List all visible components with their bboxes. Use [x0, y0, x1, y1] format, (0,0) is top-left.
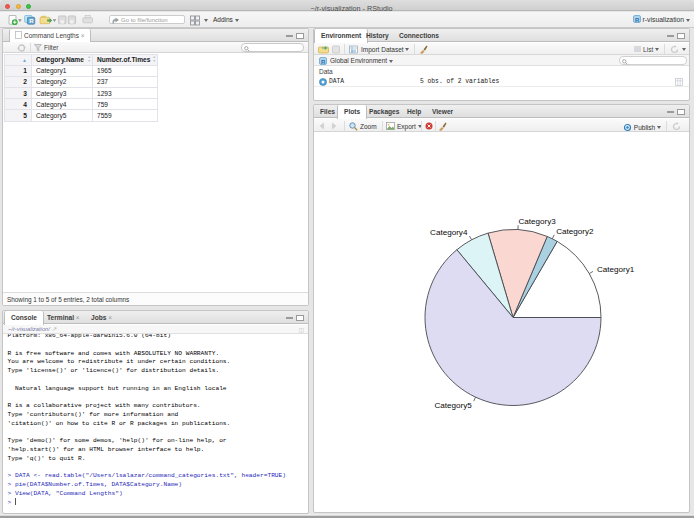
svg-text:Category2: Category2	[556, 227, 594, 236]
svg-text:R: R	[29, 18, 34, 24]
svg-text:R: R	[635, 17, 640, 23]
svg-text:R: R	[321, 59, 326, 65]
svg-text:Category1: Category1	[597, 265, 635, 274]
svg-text:Category3: Category3	[518, 217, 556, 226]
svg-text:Category4: Category4	[430, 228, 468, 237]
svg-text:Category5: Category5	[434, 401, 472, 410]
